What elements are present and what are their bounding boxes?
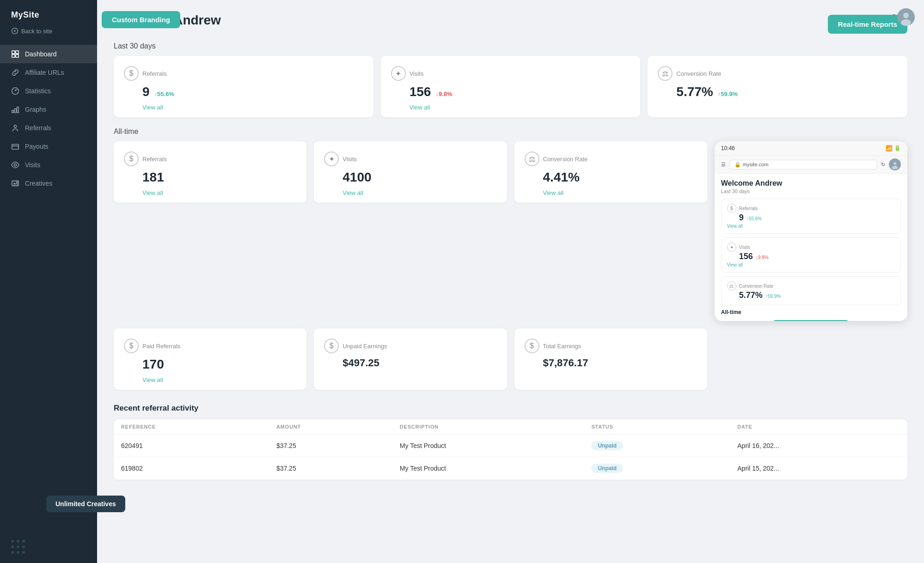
mobile-vis-viewall[interactable]: View all (727, 262, 895, 267)
payouts-icon (11, 142, 19, 151)
paid-ref-value: 170 (142, 357, 164, 372)
sidebar-item-graphs[interactable]: Graphs (0, 100, 97, 119)
mobile-vis-icon: ✦ (727, 242, 736, 252)
activity-table-body: 620491 $37.25 My Test Product Unpaid Apr… (114, 435, 907, 480)
conversion-icon-30: ⚖ (658, 66, 673, 81)
col-date: Date (730, 419, 907, 435)
referrals-icon (11, 124, 19, 132)
avatar-chevron: ▾ (893, 12, 895, 18)
sidebar-item-statistics[interactable]: Statistics (0, 82, 97, 100)
row1-amount: $37.25 (269, 435, 392, 457)
paid-ref-view-all[interactable]: View all (124, 376, 296, 383)
mobile-status-bar: 10:46 📶 🔋 (715, 141, 907, 156)
svg-rect-2 (16, 51, 18, 54)
row2-reference: 619802 (114, 457, 269, 480)
sidebar-item-creatives[interactable]: Creatives (0, 174, 97, 193)
sidebar-item-payouts[interactable]: Payouts (0, 137, 97, 156)
mobile-ref-val: 9 (739, 213, 744, 223)
row2-date: April 15, 202... (730, 457, 907, 480)
mobile-welcome: Welcome Andrew (721, 179, 901, 188)
mobile-vis-chg: ↓9.8% (756, 255, 769, 260)
mobile-responsive-button[interactable]: Mobile Responsive (772, 320, 850, 321)
stat-card-visits-alltime: ✦ Visits 4100 View all (314, 141, 507, 203)
mobile-ref-viewall[interactable]: View all (727, 224, 895, 229)
visits-icon-at: ✦ (324, 151, 339, 166)
main-content: Welcome Andrew Real-time Reports Last 30… (97, 0, 924, 563)
activity-table-head: Reference Amount Description Status Date (114, 419, 907, 435)
table-row: 619802 $37.25 My Test Product Unpaid Apr… (114, 457, 907, 480)
visits-alltime-view-all[interactable]: View all (324, 189, 496, 196)
total-icon: $ (525, 339, 539, 353)
visits-alltime-value: 4100 (343, 170, 371, 185)
visits-30-view-all[interactable]: View all (391, 104, 630, 111)
svg-rect-7 (14, 109, 16, 113)
sidebar-item-dashboard[interactable]: Dashboard (0, 45, 97, 63)
creatives-icon (11, 179, 19, 188)
mobile-vis-val: 156 (739, 252, 753, 261)
svg-point-9 (14, 125, 16, 127)
visits-30-label: Visits (410, 70, 424, 77)
svg-point-0 (12, 28, 18, 34)
last30-stats-grid: $ Referrals 9 ↑55.6% View all ✦ Visits 1… (114, 56, 907, 117)
stat-card-total-earnings: $ Total Earnings $7,876.17 (514, 328, 707, 390)
realtime-reports-button[interactable]: Real-time Reports (828, 15, 907, 34)
menu-icon: ☰ (721, 162, 726, 168)
visits-30-value: 156 (410, 85, 431, 99)
col-status: Status (584, 419, 730, 435)
col-description: Description (392, 419, 584, 435)
visits-icon-30: ✦ (391, 66, 406, 81)
row1-reference: 620491 (114, 435, 269, 457)
svg-rect-4 (16, 54, 18, 57)
mobile-period: Last 30 days (721, 188, 901, 194)
last30-label: Last 30 days (114, 42, 907, 50)
app-logo: MySite (0, 0, 97, 24)
activity-section: Recent referral activity Reference Amoun… (114, 404, 907, 480)
mobile-vis-label: Visits (739, 245, 750, 250)
status-badge: Unpaid (591, 464, 623, 473)
visits-alltime-label: Visits (343, 156, 357, 163)
avatar[interactable] (897, 8, 915, 26)
conversion-30-change: ↑59.9% (718, 91, 738, 97)
mobile-conv-chg: ↑59.9% (765, 294, 781, 299)
mobile-avatar (889, 158, 901, 170)
conversion-30-value: 5.77% (676, 85, 713, 99)
unlimited-creatives-callout[interactable]: Unlimited Creatives (46, 496, 125, 512)
activity-table: Reference Amount Description Status Date… (114, 419, 907, 480)
referrals-alltime-view-all[interactable]: View all (124, 189, 296, 196)
total-label: Total Earnings (543, 343, 581, 350)
stat-card-conversion-30: ⚖ Conversion Rate 5.77% ↑59.9% (648, 56, 907, 117)
alltime-label: All-time (114, 127, 907, 136)
svg-point-15 (901, 19, 911, 26)
referrals-alltime-value: 181 (142, 170, 164, 185)
visits-30-change: ↓9.8% (435, 91, 452, 97)
mobile-url-bar: ☰ 🔒 mysite.com ↻ (715, 156, 907, 174)
custom-branding-callout[interactable]: Custom Branding (102, 11, 180, 28)
mobile-conv-val: 5.77% (739, 291, 763, 300)
mobile-ref-label: Referrals (739, 206, 758, 211)
mobile-stat-conversion: ⚖ Conversion Rate 5.77% ↑59.9% (721, 276, 901, 305)
conversion-alltime-label: Conversion Rate (543, 156, 588, 163)
sidebar-item-visits[interactable]: Visits (0, 156, 97, 174)
unpaid-icon: $ (324, 339, 339, 353)
referrals-30-change: ↑55.6% (154, 91, 174, 97)
referrals-30-value: 9 (142, 85, 150, 99)
row2-description: My Test Product (392, 457, 584, 480)
mobile-url-pill: 🔒 mysite.com (729, 160, 877, 170)
main-header: Welcome Andrew Real-time Reports (114, 13, 907, 34)
sidebar-item-referrals[interactable]: Referrals (0, 119, 97, 137)
mobile-url-text: mysite.com (743, 162, 769, 167)
mobile-preview-card: 10:46 📶 🔋 ☰ 🔒 mysite.com ↻ Welcome Andre… (715, 141, 907, 321)
graphs-icon (11, 105, 19, 114)
referrals-30-view-all[interactable]: View all (124, 104, 363, 111)
mobile-conv-icon: ⚖ (727, 281, 736, 291)
sidebar-item-affiliate-urls[interactable]: Affiliate URLs (0, 63, 97, 82)
mobile-ref-icon: $ (727, 204, 736, 213)
conversion-alltime-view-all[interactable]: View all (525, 189, 697, 196)
svg-rect-6 (12, 110, 14, 113)
mobile-alltime-label: All-time (721, 309, 901, 315)
mobile-stat-visits: ✦ Visits 156 ↓9.8% View all (721, 237, 901, 272)
paid-ref-label: Paid Referrals (142, 343, 180, 350)
mobile-spacer (715, 328, 907, 390)
back-to-site[interactable]: Back to site (0, 24, 97, 43)
conversion-alltime-value: 4.41% (543, 170, 580, 185)
